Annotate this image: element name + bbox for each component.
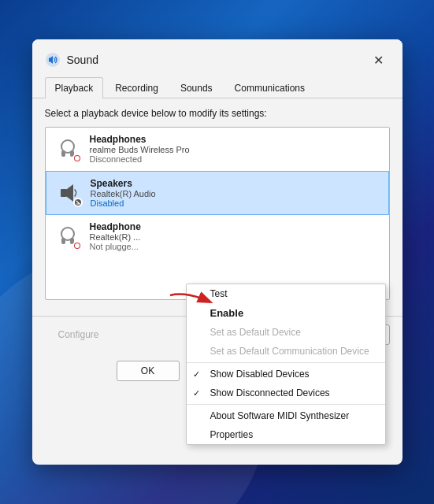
ctx-test[interactable]: Test <box>187 284 385 303</box>
context-menu: Test Enable Set as Default Device Set as… <box>186 284 386 445</box>
svg-rect-8 <box>61 238 65 244</box>
title-bar-left: Sound <box>45 52 98 68</box>
window-title: Sound <box>67 54 98 66</box>
status-dot-down <box>73 198 83 207</box>
tab-communications[interactable]: Communications <box>224 77 315 98</box>
dialog-body: Select a playback device below to modify… <box>32 98 402 309</box>
svg-rect-5 <box>61 189 67 197</box>
ctx-separator-2 <box>187 404 385 405</box>
footer-left: Configure <box>45 324 113 345</box>
ctx-show-disconnected[interactable]: ✓ Show Disconnected Devices <box>187 384 385 402</box>
ctx-separator-1 <box>187 362 385 363</box>
device-icon-headphone2 <box>54 222 82 250</box>
device-name-2: Headphone <box>90 221 381 232</box>
device-sub-1: Realtek(R) Audio <box>91 189 380 198</box>
sound-icon <box>45 52 61 68</box>
tab-sounds[interactable]: Sounds <box>170 77 223 98</box>
device-list: Headphones realme Buds Wireless Pro Disc… <box>45 127 390 300</box>
device-status-2: Not plugge... <box>90 242 381 251</box>
dialog-description: Select a playback device below to modify… <box>45 108 390 119</box>
device-name-0: Headphones <box>90 134 381 145</box>
device-icon-speakers <box>54 179 83 207</box>
device-info-speakers: Speakers Realtek(R) Audio Disabled <box>91 178 380 208</box>
device-sub-0: realme Buds Wireless Pro <box>90 145 381 154</box>
ok-button[interactable]: OK <box>117 361 180 381</box>
device-status-0: Disconnected <box>90 154 381 164</box>
device-item-speakers[interactable]: Speakers Realtek(R) Audio Disabled <box>46 171 389 215</box>
device-icon-headphones <box>54 135 82 163</box>
svg-marker-6 <box>67 184 73 202</box>
configure-button[interactable]: Configure <box>45 324 113 345</box>
svg-point-10 <box>75 243 80 248</box>
svg-point-4 <box>75 156 80 161</box>
tab-playback[interactable]: Playback <box>45 77 104 98</box>
status-dot-red2 <box>72 241 82 250</box>
device-item[interactable]: Headphones realme Buds Wireless Pro Disc… <box>46 128 389 171</box>
device-info-headphones: Headphones realme Buds Wireless Pro Disc… <box>90 134 381 164</box>
ctx-set-default-comm: Set as Default Communication Device <box>187 342 385 361</box>
status-dot-red <box>72 154 82 163</box>
device-item-headphone2[interactable]: Headphone Realtek(R) ... Not plugge... <box>46 215 389 258</box>
sound-dialog: Sound ✕ Playback Recording Sounds Commun… <box>32 39 402 465</box>
tabs-bar: Playback Recording Sounds Communications <box>32 77 402 98</box>
device-name-1: Speakers <box>91 178 380 189</box>
close-button[interactable]: ✕ <box>368 49 390 71</box>
svg-rect-2 <box>61 150 65 157</box>
device-status-1: Disabled <box>91 198 380 208</box>
tab-recording[interactable]: Recording <box>105 77 169 98</box>
check-icon-disabled: ✓ <box>193 369 200 380</box>
ctx-set-default: Set as Default Device <box>187 323 385 342</box>
ctx-about-midi[interactable]: About Software MIDI Synthesizer <box>187 406 385 425</box>
ctx-show-disabled[interactable]: ✓ Show Disabled Devices <box>187 365 385 384</box>
device-info-headphone2: Headphone Realtek(R) ... Not plugge... <box>90 221 381 251</box>
ctx-enable[interactable]: Enable <box>187 303 385 323</box>
device-sub-2: Realtek(R) ... <box>90 232 381 242</box>
check-icon-disconnected: ✓ <box>193 388 200 398</box>
title-bar: Sound ✕ <box>32 39 402 77</box>
ctx-properties[interactable]: Properties <box>187 425 385 444</box>
